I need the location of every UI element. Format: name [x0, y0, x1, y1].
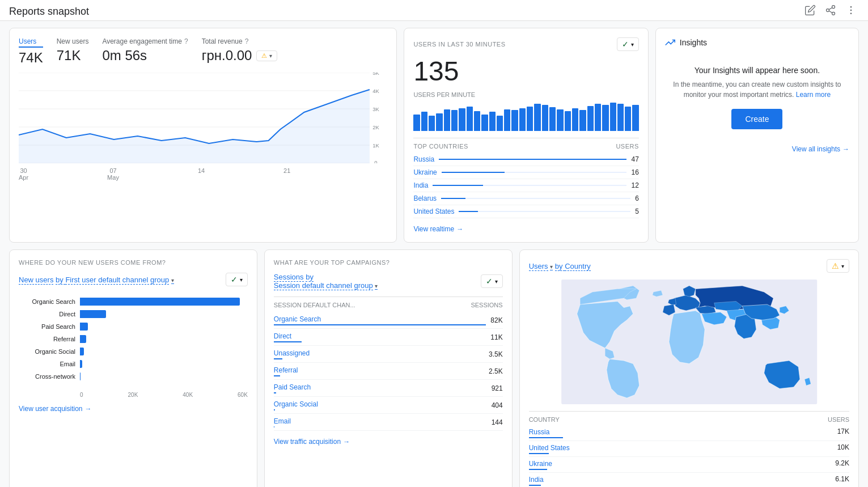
main-content: Users 74K New users 71K Average engageme… — [0, 21, 868, 487]
mini-bar-item — [429, 116, 435, 131]
users-label[interactable]: Users — [19, 37, 43, 48]
camp-name-wrap: Email — [274, 417, 487, 427]
camp-count: 404 — [492, 401, 503, 409]
country-name[interactable]: India — [413, 181, 428, 189]
bar-label: Direct — [19, 311, 75, 317]
learn-more-link[interactable]: Learn more — [796, 91, 831, 99]
insights-main-text: Your Insights will appear here soon. — [670, 66, 845, 75]
edit-icon[interactable] — [805, 5, 818, 18]
country-name[interactable]: Russia — [413, 155, 434, 163]
camp-sessions-col: SESSIONS — [471, 302, 502, 308]
countries-warning-dropdown[interactable]: ⚠ ▾ — [827, 259, 849, 273]
countries-table-header: COUNTRY USERS — [529, 411, 849, 423]
ct-country-name[interactable]: Ukraine — [529, 460, 552, 468]
more-icon[interactable] — [845, 5, 859, 18]
realtime-dropdown[interactable]: ✓ ▾ — [617, 37, 639, 51]
campaigns-card: WHAT ARE YOUR TOP CAMPAIGNS? Sessions by… — [264, 249, 513, 487]
country-bar-wrap — [442, 172, 627, 173]
country-bar-fill — [433, 185, 483, 186]
svg-text:4K: 4K — [372, 88, 379, 94]
mini-bar-item — [489, 112, 496, 131]
country-name[interactable]: Belarus — [413, 194, 437, 202]
realtime-header: USERS IN LAST 30 MINUTES ✓ ▾ — [413, 37, 638, 51]
dropdown-chevron: ▾ — [269, 53, 272, 59]
campaign-row: Organic Social 404 — [274, 397, 503, 414]
camp-dim-dropdown-icon[interactable]: ▾ — [375, 283, 378, 290]
insights-header: Insights — [665, 37, 849, 48]
acquisition-axis: 020K40K60K — [19, 392, 248, 398]
acquisition-dropdown[interactable]: ✓ ▾ — [226, 273, 248, 286]
bar-label: Cross-network — [19, 373, 75, 380]
revenue-value: грн.0.00 — [202, 48, 252, 63]
mini-bar-chart — [413, 103, 638, 131]
acquisition-bar-row: Organic Search — [19, 298, 248, 306]
view-realtime-link[interactable]: View realtime → — [413, 225, 638, 233]
help-icon[interactable]: ? — [184, 37, 188, 45]
mini-bar-item — [632, 105, 638, 131]
camp-name[interactable]: Organic Social — [274, 400, 318, 408]
country-bar-wrap — [441, 198, 630, 199]
mini-bar-item — [504, 109, 510, 131]
revenue-help-icon[interactable]: ? — [245, 37, 249, 45]
camp-check-icon: ✓ — [486, 277, 493, 286]
country-count: 16 — [631, 168, 638, 176]
bar-label: Organic Search — [19, 298, 75, 305]
ct-name-wrap: India — [529, 475, 544, 486]
camp-name[interactable]: Email — [274, 417, 291, 425]
ct-country-col: COUNTRY — [529, 416, 560, 423]
revenue-label: Total revenue ? — [202, 37, 278, 45]
revenue-warning-badge[interactable]: ⚠ ▾ — [256, 50, 277, 61]
create-insights-button[interactable]: Create — [731, 109, 782, 129]
new-users-metric: New users 71K — [57, 37, 89, 63]
mini-bar-item — [625, 107, 631, 131]
countries-dropdown-icon[interactable]: ▾ — [550, 264, 553, 270]
camp-name[interactable]: Referral — [274, 366, 298, 374]
page-header: Reports snapshot — [0, 0, 868, 21]
world-map — [529, 280, 849, 404]
view-campaigns-link[interactable]: View traffic acquisition → — [274, 438, 503, 446]
svg-text:5K: 5K — [372, 73, 379, 76]
acquisition-bar-row: Email — [19, 360, 248, 368]
dim-dropdown-icon[interactable]: ▾ — [171, 277, 174, 284]
camp-name[interactable]: Direct — [274, 332, 291, 340]
camp-count: 2.5K — [489, 367, 503, 375]
realtime-count: 135 — [413, 56, 638, 87]
mini-bar-item — [534, 104, 540, 131]
ct-country-name[interactable]: India — [529, 476, 544, 484]
view-all-insights-link[interactable]: View all insights → — [665, 145, 849, 153]
countries-subtitle: Users ▾ by Country — [529, 262, 591, 270]
users-col: USERS — [616, 143, 638, 150]
countries-table-container: COUNTRY USERS Russia 17K United States 1… — [529, 411, 849, 487]
mini-bar-item — [542, 105, 548, 131]
svg-point-7 — [850, 13, 852, 15]
metrics-row: Users 74K New users 71K Average engageme… — [19, 37, 387, 66]
new-users-value: 71K — [57, 48, 89, 63]
share-icon[interactable] — [825, 5, 839, 18]
mini-bar-item — [527, 107, 533, 131]
svg-text:2K: 2K — [372, 125, 379, 130]
dropdown-arrow: ▾ — [631, 41, 634, 48]
mini-bar-item — [557, 109, 563, 131]
acquisition-subtitle: New users by First user default channel … — [19, 276, 174, 284]
country-table-row: United States 10K — [529, 441, 849, 457]
camp-name[interactable]: Organic Search — [274, 315, 321, 323]
svg-point-0 — [832, 6, 835, 9]
campaigns-dropdown[interactable]: ✓ ▾ — [481, 274, 503, 288]
ct-country-name[interactable]: Russia — [529, 428, 550, 436]
camp-name[interactable]: Paid Search — [274, 383, 311, 391]
ct-country-name[interactable]: United States — [529, 444, 570, 452]
bar-label: Referral — [19, 336, 75, 342]
camp-count: 144 — [492, 418, 503, 426]
realtime-title: USERS IN LAST 30 MINUTES — [413, 41, 505, 48]
mini-bar-item — [474, 111, 480, 131]
campaigns-subtitle: Sessions by Session default channel grou… — [274, 273, 378, 290]
insights-card: Insights Your Insights will appear here … — [655, 28, 859, 243]
camp-name[interactable]: Unassigned — [274, 349, 310, 357]
top-countries-col: TOP COUNTRIES — [413, 143, 468, 150]
camp-bar — [274, 426, 274, 427]
view-acquisition-link[interactable]: View user acquisition → — [19, 405, 248, 413]
acquisition-bar-row: Referral — [19, 335, 248, 343]
country-name[interactable]: Ukraine — [413, 168, 437, 176]
country-name[interactable]: United States — [413, 207, 454, 215]
line-chart-svg: 5K 4K 3K 2K 1K 0 — [19, 73, 387, 163]
